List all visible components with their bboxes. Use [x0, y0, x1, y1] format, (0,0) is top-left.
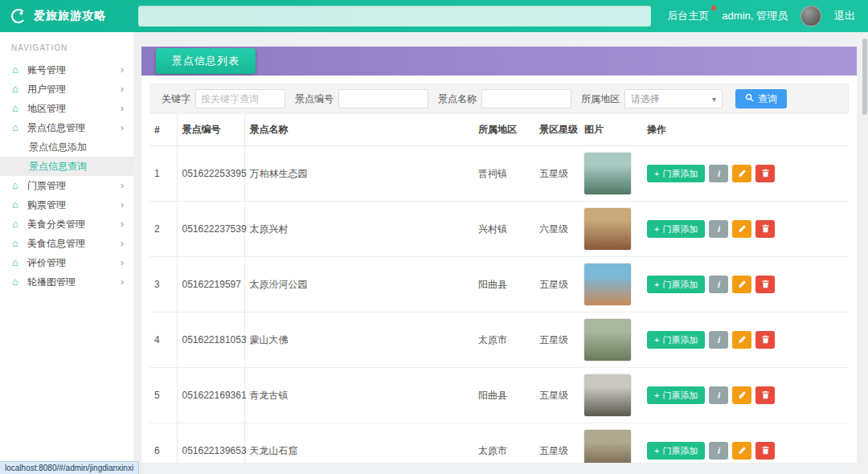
col-number: 景点编号 [177, 114, 244, 146]
keyword-input[interactable] [195, 89, 285, 108]
user-avatar[interactable] [800, 6, 821, 27]
delete-button[interactable] [755, 442, 775, 460]
scenic-photo [584, 153, 631, 194]
edit-button[interactable] [732, 220, 751, 238]
plus-icon: + [654, 390, 659, 400]
info-button[interactable]: i [709, 276, 728, 293]
content-card: 关键字 景点编号 景点名称 所属地区 请选择 ▾ 查询 [141, 76, 857, 463]
pencil-icon [738, 390, 747, 401]
panel-header: 景点信息列表 [141, 47, 857, 76]
row-name: 蒙山大佛 [244, 313, 473, 368]
scenic-photo [584, 319, 631, 361]
filter-bar: 关键字 景点编号 景点名称 所属地区 请选择 ▾ 查询 [149, 84, 849, 114]
info-button[interactable]: i [709, 331, 728, 349]
sidebar-item-9[interactable]: ⌂ 轮播图管理 › [0, 272, 133, 292]
home-icon: ⌂ [10, 199, 21, 210]
row-photo-cell [579, 146, 642, 202]
chevron-right-icon: › [121, 84, 124, 95]
edit-button[interactable] [732, 165, 751, 182]
add-ticket-button[interactable]: + 门票添加 [647, 220, 705, 238]
sidebar-item-label: 轮播图管理 [27, 276, 114, 288]
info-button[interactable]: i [709, 220, 728, 238]
row-stars: 五星级 [534, 368, 579, 423]
sidebar-item-1[interactable]: ⌂ 用户管理 › [0, 80, 133, 99]
status-url: localhost:8080/#/admin/jingdianxinxi [0, 461, 139, 474]
row-region: 兴村镇 [473, 202, 534, 257]
backend-home-link[interactable]: 后台主页 [667, 9, 709, 23]
trash-icon [761, 446, 770, 456]
sidebar-item-0[interactable]: ⌂ 账号管理 › [0, 60, 133, 80]
header-search-input[interactable] [138, 6, 651, 27]
name-input[interactable] [481, 89, 571, 108]
row-region: 阳曲县 [473, 368, 534, 423]
sidebar-subitem[interactable]: 景点信息查询 [0, 157, 133, 176]
scenic-photo [584, 430, 631, 463]
sidebar-item-8[interactable]: ⌂ 评价管理 › [0, 253, 133, 272]
col-actions: 操作 [642, 114, 849, 146]
add-ticket-button[interactable]: + 门票添加 [647, 331, 705, 349]
trash-icon [761, 280, 770, 290]
sidebar-item-5[interactable]: ⌂ 购票管理 › [0, 195, 133, 215]
plus-icon: + [654, 446, 659, 456]
delete-button[interactable] [755, 386, 775, 404]
row-index: 1 [149, 146, 177, 202]
delete-button[interactable] [755, 220, 775, 238]
edit-button[interactable] [732, 386, 751, 404]
sidebar-subitem-label: 景点信息添加 [29, 141, 87, 153]
sidebar-item-2[interactable]: ⌂ 地区管理 › [0, 99, 133, 118]
delete-button[interactable] [755, 276, 775, 293]
edit-button[interactable] [732, 276, 751, 293]
table-row: 3 05162219597 太原汾河公园 阳曲县 五星级 + 门票添加 i [149, 257, 849, 313]
edit-button[interactable] [732, 442, 751, 460]
sidebar-item-6[interactable]: ⌂ 美食分类管理 › [0, 215, 133, 234]
region-label: 所属地区 [581, 92, 620, 106]
chevron-right-icon: › [121, 122, 124, 133]
row-name: 太原兴村 [244, 202, 473, 257]
sidebar-nav-label: NAVIGATION [0, 32, 133, 60]
row-region: 晋祠镇 [473, 146, 534, 202]
col-region: 所属地区 [473, 114, 534, 146]
table-row: 4 051622181053 蒙山大佛 太原市 五星级 + 门票添加 i [149, 313, 849, 368]
info-button[interactable]: i [709, 386, 728, 404]
region-select[interactable]: 请选择 ▾ [624, 89, 723, 108]
trash-icon [761, 335, 770, 345]
sidebar-item-7[interactable]: ⌂ 美食信息管理 › [0, 234, 133, 253]
row-region: 太原市 [473, 423, 534, 464]
row-actions-cell: + 门票添加 i [642, 257, 849, 313]
list-title-button[interactable]: 景点信息列表 [156, 48, 256, 74]
plus-icon: + [654, 335, 659, 345]
search-button[interactable]: 查询 [735, 89, 787, 108]
row-index: 3 [149, 257, 177, 313]
info-button[interactable]: i [709, 442, 728, 460]
add-ticket-label: 门票添加 [662, 279, 698, 291]
sidebar-item-label: 地区管理 [27, 103, 114, 114]
sidebar-subitem[interactable]: 景点信息添加 [0, 137, 133, 157]
row-stars: 五星级 [534, 257, 579, 313]
delete-button[interactable] [755, 165, 775, 182]
sidebar-item-label: 美食信息管理 [27, 238, 114, 249]
home-icon: ⌂ [10, 180, 21, 191]
scrollbar-thumb[interactable] [862, 39, 867, 115]
add-ticket-button[interactable]: + 门票添加 [647, 442, 705, 460]
scrollbar [862, 32, 868, 474]
logout-link[interactable]: 退出 [834, 9, 855, 23]
row-number: 051622169361 [177, 368, 244, 423]
number-input[interactable] [338, 89, 428, 108]
add-ticket-button[interactable]: + 门票添加 [647, 386, 705, 404]
delete-button[interactable] [755, 331, 775, 349]
row-actions: + 门票添加 i [647, 220, 844, 238]
pencil-icon [738, 280, 747, 290]
edit-button[interactable] [732, 331, 751, 349]
info-button[interactable]: i [709, 165, 728, 182]
row-actions: + 门票添加 i [647, 276, 844, 293]
add-ticket-button[interactable]: + 门票添加 [647, 165, 705, 182]
sidebar-item-3[interactable]: ⌂ 景点信息管理 › [0, 118, 133, 137]
top-header: 爱旅旅游攻略 后台主页 admin, 管理员 退出 [0, 0, 868, 32]
add-ticket-button[interactable]: + 门票添加 [647, 276, 705, 293]
home-icon: ⌂ [10, 64, 21, 76]
sidebar-item-4[interactable]: ⌂ 门票管理 › [0, 176, 133, 195]
home-icon: ⌂ [10, 238, 21, 249]
add-ticket-label: 门票添加 [662, 168, 698, 180]
row-actions: + 门票添加 i [647, 442, 844, 460]
chevron-right-icon: › [121, 219, 124, 230]
